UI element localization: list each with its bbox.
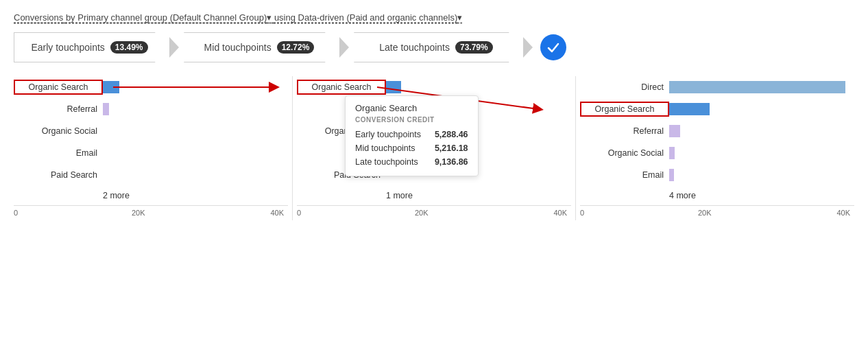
chart-early: Organic Search Referral Organic Social E… [14, 76, 288, 220]
tooltip-row-early: Early touchpoints 5,288.46 [355, 128, 468, 141]
mid-axis-20k: 20K [415, 209, 429, 217]
late-axis: 0 20K 40K [580, 205, 854, 220]
table-row: Paid Search [14, 164, 288, 186]
early-row-paid-search-label: Paid Search [14, 170, 103, 180]
title-channel: by Primary channel group (Default Channe… [66, 12, 267, 23]
svg-marker-0 [169, 37, 179, 58]
tooltip-row-late-label: Late touchpoints [355, 155, 418, 169]
tooltip-row-late-value: 9,136.86 [435, 155, 468, 169]
tooltip-subtitle: CONVERSION CREDIT [355, 116, 468, 124]
touchpoint-early[interactable]: Early touchpoints 13.49% [14, 32, 165, 62]
svg-marker-2 [523, 37, 533, 58]
tooltip-row-early-label: Early touchpoints [355, 128, 421, 141]
early-row-referral-label: Referral [14, 104, 103, 114]
touchpoint-complete [540, 34, 566, 60]
early-axis: 0 20K 40K [14, 205, 288, 220]
page-title[interactable]: Conversions by Primary channel group (De… [14, 12, 854, 23]
early-axis-0: 0 [14, 209, 18, 217]
late-row-direct-label: Direct [580, 82, 669, 92]
mid-more: 1 more [297, 186, 571, 205]
chart-early-rows: Organic Search Referral Organic Social E… [14, 76, 288, 186]
tooltip-title: Organic Search [355, 103, 468, 113]
table-row: Email [14, 142, 288, 164]
tooltip: Organic Search CONVERSION CREDIT Early t… [345, 95, 479, 176]
early-row-organic-search-label: Organic Search [14, 80, 103, 95]
late-row-organic-social-bar [669, 146, 854, 160]
tooltip-row-mid-value: 5,216.18 [435, 141, 468, 155]
tooltip-row-mid: Mid touchpoints 5,216.18 [355, 141, 468, 155]
chart-late: Direct Organic Search Referral [580, 76, 854, 220]
mid-more-label: 1 more [386, 186, 413, 205]
table-row: Referral [14, 98, 288, 120]
mid-axis-0: 0 [297, 209, 301, 217]
early-row-organic-search-bar [103, 80, 288, 94]
table-row: Organic Search [580, 98, 854, 120]
early-row-organic-social-bar [103, 124, 288, 138]
early-row-organic-social-label: Organic Social [14, 126, 103, 136]
touchpoint-late-badge: 73.79% [455, 41, 493, 54]
early-more: 2 more [14, 186, 288, 205]
charts-area: Organic Search Referral Organic Social E… [14, 76, 854, 220]
late-row-organic-search-bar [669, 102, 854, 116]
late-more-label: 4 more [669, 186, 696, 205]
late-row-email-label: Email [580, 170, 669, 180]
divider-2 [575, 76, 576, 220]
late-row-organic-search-label: Organic Search [580, 102, 669, 117]
early-row-paid-search-bar [103, 168, 288, 182]
late-row-referral-bar [669, 124, 854, 138]
mid-axis: 0 20K 40K [297, 205, 571, 220]
early-row-referral-bar [103, 102, 288, 116]
early-axis-20k: 20K [132, 209, 145, 217]
early-axis-40k: 40K [270, 209, 284, 217]
tooltip-row-mid-label: Mid touchpoints [355, 141, 415, 155]
chart-mid: Organic Search CONVERSION CREDIT Early t… [297, 76, 571, 220]
mid-row-organic-search-label: Organic Search [297, 80, 386, 95]
table-row: Direct [580, 76, 854, 98]
touchpoint-late[interactable]: Late touchpoints 73.79% [354, 32, 518, 62]
touchpoint-early-badge: 13.49% [110, 41, 148, 54]
early-more-label: 2 more [103, 186, 130, 205]
tp-arrow-1 [165, 32, 184, 62]
touchpoint-late-label: Late touchpoints [379, 42, 450, 53]
title-conversions: Conversions [14, 12, 63, 23]
late-more: 4 more [580, 186, 854, 205]
table-row: Referral [580, 120, 854, 142]
title-model: using Data-driven (Paid and organic chan… [274, 12, 457, 23]
check-icon [546, 40, 561, 55]
tooltip-row-early-value: 5,288.46 [435, 128, 468, 141]
mid-row-organic-search-bar [386, 80, 571, 94]
svg-marker-1 [339, 37, 349, 58]
late-axis-40k: 40K [836, 209, 850, 217]
early-row-email-bar [103, 146, 288, 160]
touchpoints-row: Early touchpoints 13.49% Mid touchpoints… [14, 32, 854, 62]
table-row: Organic Search [14, 76, 288, 98]
table-row: Organic Social [580, 142, 854, 164]
mid-axis-40k: 40K [553, 209, 567, 217]
late-axis-0: 0 [580, 209, 584, 217]
touchpoint-mid[interactable]: Mid touchpoints 12.72% [184, 32, 335, 62]
touchpoint-early-label: Early touchpoints [31, 42, 104, 53]
late-row-direct-bar [669, 80, 854, 94]
late-row-referral-label: Referral [580, 126, 669, 136]
touchpoint-mid-badge: 12.72% [277, 41, 315, 54]
table-row: Email [580, 164, 854, 186]
tooltip-row-late: Late touchpoints 9,136.86 [355, 155, 468, 169]
tp-arrow-2 [335, 32, 354, 62]
late-row-email-bar [669, 168, 854, 182]
tp-arrow-3 [518, 32, 538, 62]
chart-late-rows: Direct Organic Search Referral [580, 76, 854, 186]
early-row-email-label: Email [14, 148, 103, 158]
late-axis-20k: 20K [698, 209, 712, 217]
late-row-organic-social-label: Organic Social [580, 148, 669, 158]
table-row: Organic Social [14, 120, 288, 142]
divider-1 [292, 76, 293, 220]
touchpoint-mid-label: Mid touchpoints [204, 42, 272, 53]
